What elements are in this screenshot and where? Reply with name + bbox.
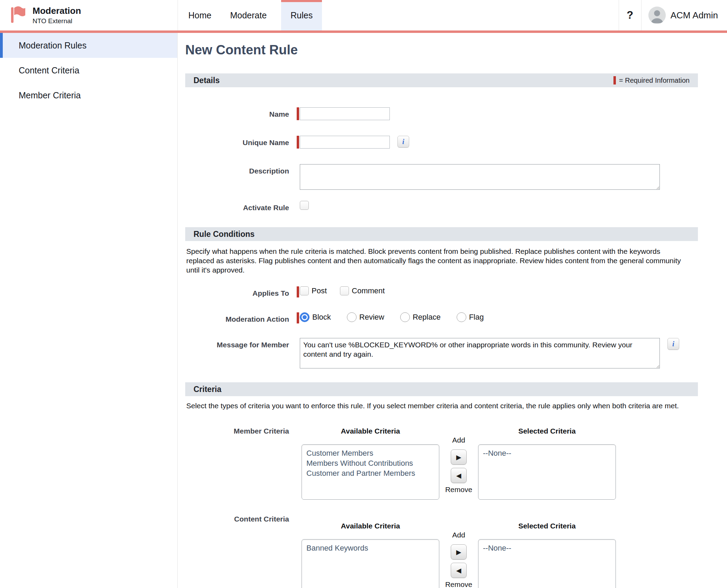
content-criteria-label: Content Criteria — [185, 515, 289, 523]
post-checkbox[interactable] — [300, 286, 309, 295]
sidebar-item-moderation-rules[interactable]: Moderation Rules — [0, 33, 177, 58]
member-remove-button[interactable]: ◀ — [451, 468, 467, 483]
applies-to-row: Applies To Post Comment — [185, 286, 727, 297]
content-remove-label: Remove — [445, 580, 472, 588]
activate-spacer — [297, 201, 299, 212]
required-legend: = Required Information — [613, 76, 690, 84]
main-tabs: Home Moderate Rules — [178, 0, 322, 30]
details-section-header: Details = Required Information — [185, 73, 698, 87]
sidebar-item-content-criteria[interactable]: Content Criteria — [0, 58, 177, 83]
details-section-title: Details — [194, 76, 219, 85]
content-criteria-block: Content Criteria Available Criteria Add … — [185, 515, 727, 588]
content-add-label: Add — [439, 522, 478, 539]
unique-name-required-marker — [297, 136, 299, 149]
applies-option-comment: Comment — [340, 286, 385, 295]
flag-label: Flag — [469, 313, 484, 322]
content-add-button[interactable]: ▶ — [451, 544, 467, 560]
rule-conditions-title: Rule Conditions — [194, 230, 254, 239]
moderation-action-required-marker — [297, 312, 299, 323]
content-move-buttons: ▶ ◀ Remove — [439, 539, 478, 588]
app-brand: Moderation NTO External — [0, 0, 178, 30]
member-selected-title: Selected Criteria — [478, 427, 616, 439]
name-label: Name — [185, 107, 289, 120]
settings-sidebar: Moderation Rules Content Criteria Member… — [0, 33, 178, 588]
required-marker-icon — [613, 76, 616, 84]
page-title: New Content Rule — [185, 42, 727, 57]
moderation-settings-page: Moderation NTO External Home Moderate Ru… — [0, 0, 727, 588]
applies-to-label: Applies To — [185, 286, 289, 297]
required-legend-text: = Required Information — [619, 77, 690, 84]
member-add-label: Add — [439, 427, 478, 444]
app-title: Moderation — [33, 6, 81, 16]
top-right-controls: ? ACM Admin — [619, 0, 727, 30]
help-icon[interactable]: ? — [619, 0, 641, 30]
criteria-section-header: Criteria — [185, 382, 698, 396]
flag-icon — [10, 5, 26, 26]
unique-name-input[interactable] — [300, 136, 390, 149]
action-option-review: Review — [347, 312, 384, 322]
member-available-listbox[interactable]: Customer Members Members Without Contrib… — [302, 444, 439, 500]
content-selected-title: Selected Criteria — [478, 522, 616, 534]
review-label: Review — [359, 313, 384, 322]
member-criteria-label: Member Criteria — [185, 427, 289, 435]
member-add-button[interactable]: ▶ — [451, 449, 467, 465]
activate-rule-row: Activate Rule — [185, 201, 727, 212]
action-option-block: Block — [300, 312, 331, 322]
tab-rules[interactable]: Rules — [281, 0, 322, 30]
name-row: Name — [185, 107, 727, 120]
replace-radio[interactable] — [400, 312, 410, 322]
list-option[interactable]: Customer and Partner Members — [306, 468, 434, 478]
comment-checkbox[interactable] — [340, 286, 349, 295]
name-required-marker — [297, 107, 299, 120]
block-radio[interactable] — [300, 312, 309, 322]
message-for-member-label: Message for Member — [185, 338, 289, 368]
member-selected-listbox[interactable]: --None-- — [478, 444, 616, 500]
moderation-action-row: Moderation Action Block Review Replace — [185, 312, 727, 323]
replace-label: Replace — [413, 313, 441, 322]
description-label: Description — [185, 164, 289, 190]
content-available-title: Available Criteria — [302, 522, 439, 534]
member-remove-label: Remove — [445, 485, 472, 494]
user-name: ACM Admin — [671, 10, 718, 21]
criteria-title: Criteria — [194, 385, 222, 394]
tab-moderate[interactable]: Moderate — [222, 0, 275, 30]
member-available-title: Available Criteria — [302, 427, 439, 439]
flag-radio[interactable] — [457, 312, 466, 322]
rule-conditions-intro: Specify what happens when the rule crite… — [186, 247, 682, 275]
member-criteria-block: Member Criteria Available Criteria Add S… — [185, 427, 727, 500]
applies-option-post: Post — [300, 286, 327, 295]
main-content: New Content Rule Details = Required Info… — [178, 33, 727, 588]
user-menu[interactable]: ACM Admin — [641, 0, 727, 30]
action-option-flag: Flag — [457, 312, 484, 322]
activate-rule-checkbox[interactable] — [300, 201, 309, 210]
content-remove-button[interactable]: ◀ — [451, 563, 467, 578]
message-for-member-row: Message for Member You can't use %BLOCKE… — [185, 338, 727, 368]
tab-home[interactable]: Home — [180, 0, 220, 30]
list-option[interactable]: --None-- — [483, 448, 611, 458]
avatar — [648, 7, 666, 24]
action-option-replace: Replace — [400, 312, 441, 322]
message-for-member-textarea[interactable]: You can't use %BLOCKED_KEYWORD% or other… — [300, 338, 660, 368]
list-option[interactable]: --None-- — [483, 543, 611, 553]
name-input[interactable] — [300, 107, 390, 120]
block-label: Block — [312, 313, 331, 322]
applies-to-required-marker — [297, 286, 299, 297]
description-textarea[interactable] — [300, 164, 660, 190]
list-option[interactable]: Banned Keywords — [306, 543, 434, 553]
sidebar-item-member-criteria[interactable]: Member Criteria — [0, 83, 177, 108]
unique-name-info-icon[interactable]: i — [397, 136, 409, 148]
list-option[interactable]: Members Without Contributions — [306, 458, 434, 468]
description-spacer — [297, 164, 299, 190]
description-row: Description — [185, 164, 727, 190]
review-radio[interactable] — [347, 312, 357, 322]
top-bar: Moderation NTO External Home Moderate Ru… — [0, 0, 727, 30]
criteria-intro: Select the types of criteria you want to… — [186, 401, 682, 410]
unique-name-label: Unique Name — [185, 136, 289, 149]
content-available-listbox[interactable]: Banned Keywords — [302, 539, 439, 588]
app-subtitle: NTO External — [33, 17, 81, 25]
list-option[interactable]: Customer Members — [306, 448, 434, 458]
content-selected-listbox[interactable]: --None-- — [478, 539, 616, 588]
unique-name-row: Unique Name i — [185, 136, 727, 149]
moderation-action-label: Moderation Action — [185, 312, 289, 323]
message-info-icon[interactable]: i — [667, 338, 679, 350]
